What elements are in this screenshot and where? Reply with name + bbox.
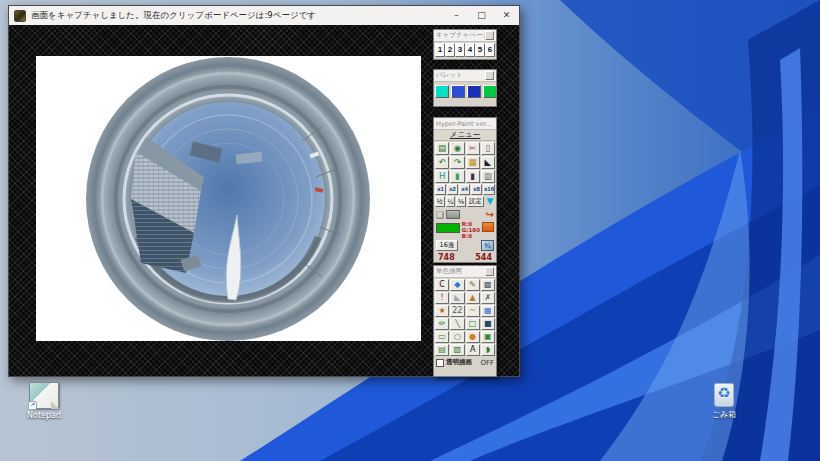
minimize-button[interactable]: – xyxy=(444,6,469,25)
palette-swatch-row xyxy=(434,82,496,100)
tools-footer: 透明描画 OFF xyxy=(434,357,496,368)
text-tool-icon[interactable]: A xyxy=(466,344,480,356)
gray-preview-box xyxy=(446,210,460,219)
zoom-button-x1[interactable]: x1 xyxy=(435,184,446,195)
fraction-button-2[interactable]: ⅛ xyxy=(456,196,466,207)
cascade-windows-icon[interactable]: ❏ xyxy=(436,210,444,220)
settings-button[interactable]: 設定 xyxy=(467,196,484,207)
roundrect-tool-icon[interactable]: ▭ xyxy=(435,331,449,343)
pencil-hatch-tool-icon[interactable]: ✎ xyxy=(466,279,480,291)
desktop-icon-notepad[interactable]: ↗ Notepad xyxy=(18,382,70,420)
recycle-symbol-icon: ♻ xyxy=(709,380,739,407)
coords-row: 748 544 xyxy=(434,252,496,262)
toolbox-misc-row: ❏ ↪ xyxy=(434,208,496,221)
rect-filled-tool-icon[interactable]: ■ xyxy=(481,318,495,330)
waterdrop-tool-icon[interactable]: ◆ xyxy=(450,279,464,291)
pages-panel-collapse-button[interactable] xyxy=(485,31,494,40)
page-button-5[interactable]: 5 xyxy=(475,43,485,57)
pattern-tool-icon[interactable]: ▩ xyxy=(481,279,495,291)
zoom-button-x4[interactable]: x4 xyxy=(459,184,470,195)
page-button-1[interactable]: 1 xyxy=(435,43,445,57)
redo-icon[interactable]: ↷ xyxy=(450,156,464,169)
printer-icon[interactable]: ▥ xyxy=(481,170,495,183)
palette-swatch-3[interactable] xyxy=(483,85,496,98)
toolbox-panel-titlebar[interactable]: Hyper-Paint ver... xyxy=(434,118,496,130)
cascade-windows-tool-icon[interactable]: ▣ xyxy=(481,331,495,343)
rect-outline-tool-icon[interactable]: □ xyxy=(466,318,480,330)
toolbox-panel-title: Hyper-Paint ver... xyxy=(436,120,494,128)
funnel-icon[interactable]: ▼ xyxy=(485,196,495,207)
app-logo-icon[interactable]: H xyxy=(435,170,449,183)
shortcut-arrow-icon: ↗ xyxy=(28,401,37,410)
tools-panel-title: 単色描画 xyxy=(436,267,485,276)
page-green-icon[interactable]: ▮ xyxy=(450,170,464,183)
page-buttons-row: 123456 xyxy=(434,42,496,58)
curve-tool-icon[interactable]: C xyxy=(435,279,449,291)
ellipse-tool-icon[interactable]: ○ xyxy=(450,331,464,343)
notepad-icon-label: Notepad xyxy=(18,411,70,420)
palette-swatch-1[interactable] xyxy=(451,85,465,98)
pages-panel-title: キャプチャページ xyxy=(436,31,485,40)
recycle-bin-icon: ♻ xyxy=(709,380,739,407)
palette-swatch-2[interactable] xyxy=(467,85,481,98)
color-readout-row: R:0 G:180 B:0 xyxy=(434,221,496,239)
desktop-icon-recycle-bin[interactable]: ♻ ごみ箱 xyxy=(698,380,750,420)
tools-panel: 単色描画 C◆✎▩!◣▲✗★22~▦✏╲□■▭○●▣▤▧A◗ 透明描画 OFF xyxy=(433,265,497,377)
tools-panel-collapse-button[interactable] xyxy=(485,267,494,276)
capture-camera-icon[interactable]: ◉ xyxy=(450,142,464,155)
current-color-swatch[interactable] xyxy=(436,223,460,233)
texture-tool-icon[interactable]: ▦ xyxy=(481,305,495,317)
zoom-buttons-row: x1x2x4x8x16 xyxy=(434,184,496,196)
fraction-button-0[interactable]: ½ xyxy=(435,196,445,207)
captured-image-sheet[interactable] xyxy=(36,56,421,341)
palette-panel-titlebar[interactable]: パレット xyxy=(434,70,496,82)
number-22-tool-icon[interactable]: 22 xyxy=(450,305,464,317)
hex-button[interactable]: 16進 xyxy=(436,240,458,251)
brush-tool-icon[interactable]: ✏ xyxy=(435,318,449,330)
pages-panel-titlebar[interactable]: キャプチャページ xyxy=(434,30,496,42)
fraction-button-1[interactable]: ¼ xyxy=(446,196,456,207)
transparent-draw-label: 透明描画 xyxy=(446,358,472,367)
copy-window-tool-icon[interactable]: ▧ xyxy=(450,344,464,356)
bucket-fill-tool-icon[interactable]: ● xyxy=(466,331,480,343)
notepad-icon: ↗ xyxy=(29,382,59,409)
hand-tool-icon[interactable]: ◗ xyxy=(481,344,495,356)
palette-layers-icon[interactable]: ▦ xyxy=(466,156,480,169)
spray-tool-icon[interactable]: ▲ xyxy=(466,292,480,304)
mountain-tool-icon[interactable]: ◣ xyxy=(450,292,464,304)
open-file-icon[interactable]: ▤ xyxy=(435,142,449,155)
zoom-button-x8[interactable]: x8 xyxy=(471,184,482,195)
transparent-draw-checkbox[interactable] xyxy=(436,359,444,367)
edit-cut-icon[interactable]: ✂ xyxy=(466,142,480,155)
zoom-button-x2[interactable]: x2 xyxy=(447,184,458,195)
stamp-red-tool-icon[interactable]: ! xyxy=(435,292,449,304)
burst-tool-icon[interactable]: ★ xyxy=(435,305,449,317)
tools-panel-titlebar[interactable]: 単色描画 xyxy=(434,266,496,278)
page-button-3[interactable]: 3 xyxy=(455,43,465,57)
coord-y: 544 xyxy=(475,253,492,262)
line-tool-icon[interactable]: ╲ xyxy=(450,318,464,330)
zoom-button-x16[interactable]: x16 xyxy=(483,184,495,195)
page-button-4[interactable]: 4 xyxy=(465,43,475,57)
page-button-2[interactable]: 2 xyxy=(445,43,455,57)
desktop: 画面をキャプチャしました。現在のクリップボードページは:9ページです – □ ✕ xyxy=(0,0,820,461)
red-curve-icon[interactable]: ↪ xyxy=(486,209,494,220)
three-quarters-icon[interactable]: ¾ xyxy=(481,240,494,251)
arc-tool-icon[interactable]: ~ xyxy=(466,305,480,317)
ink-bottle-icon[interactable]: ◣ xyxy=(481,156,495,169)
palette-swatch-0[interactable] xyxy=(435,85,449,98)
undo-icon[interactable]: ↶ xyxy=(435,156,449,169)
cross-tool-icon[interactable]: ✗ xyxy=(481,292,495,304)
new-page-icon[interactable]: ▯ xyxy=(481,142,495,155)
page-dark-icon[interactable]: ▮ xyxy=(466,170,480,183)
page-button-6[interactable]: 6 xyxy=(485,43,495,57)
transparent-draw-state: OFF xyxy=(480,359,494,367)
close-button[interactable]: ✕ xyxy=(494,6,519,25)
palette-panel-collapse-button[interactable] xyxy=(485,71,494,80)
toolbox-panel: Hyper-Paint ver... メニュー ▤◉✂▯↶↷▦◣H▮▮▥ x1x… xyxy=(433,117,497,263)
maximize-button[interactable]: □ xyxy=(469,6,494,25)
toolbox-menu-button[interactable]: メニュー xyxy=(434,130,496,141)
orange-tool-icon[interactable] xyxy=(482,222,494,232)
stamp-tool-icon[interactable]: ▤ xyxy=(435,344,449,356)
paint-window-titlebar[interactable]: 画面をキャプチャしました。現在のクリップボードページは:9ページです – □ ✕ xyxy=(9,6,519,25)
